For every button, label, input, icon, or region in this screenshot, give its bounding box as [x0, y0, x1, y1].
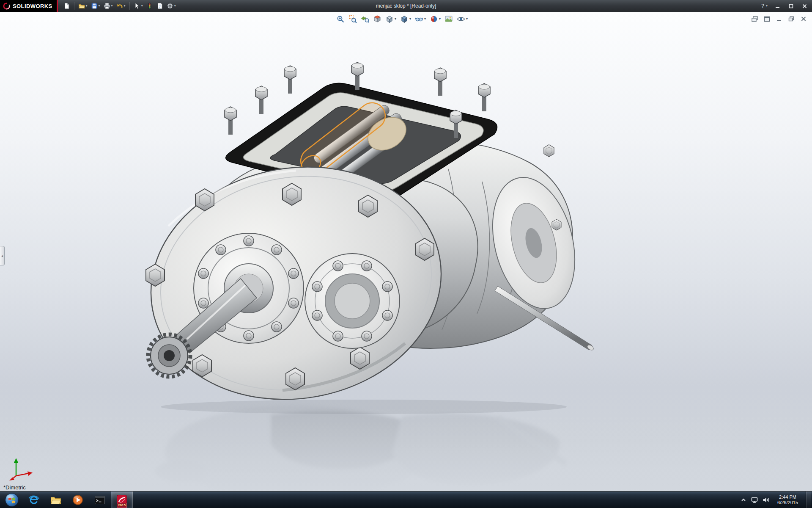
windows-start-orb-icon: [5, 493, 19, 507]
taskbar-item-internet-explorer[interactable]: [23, 491, 45, 508]
select-button[interactable]: ▾: [132, 1, 144, 11]
previous-view-icon: [361, 15, 369, 23]
rebuild-button[interactable]: [145, 1, 154, 11]
orientation-triad: [8, 455, 35, 481]
quick-access-toolbar: ▾ ▾ ▾ ▾: [62, 1, 177, 11]
minimize-icon: [776, 16, 782, 22]
chevron-down-icon: ▾: [141, 4, 143, 8]
taskbar-item-solidworks-2015[interactable]: 2015: [111, 491, 133, 508]
zoom-to-area-button[interactable]: [348, 14, 358, 24]
view-orientation-label: *Dimetric: [3, 484, 26, 491]
apply-scene-button[interactable]: [444, 14, 454, 24]
file-properties-button[interactable]: [155, 1, 165, 11]
volume-icon[interactable]: [763, 497, 770, 503]
document-window-controls: [750, 16, 808, 22]
command-prompt-icon: [94, 494, 106, 506]
zoom-to-area-icon: [348, 15, 357, 23]
chevron-down-icon: ▾: [424, 17, 426, 21]
maximize-button[interactable]: [785, 2, 797, 10]
chevron-down-icon: ▾: [466, 17, 468, 21]
folder-icon: [50, 494, 62, 506]
logo-accent: [57, 0, 58, 12]
save-button[interactable]: ▾: [90, 1, 102, 11]
options-button[interactable]: ▾: [165, 1, 177, 11]
reflection-fade: [0, 408, 812, 491]
start-button[interactable]: [1, 491, 23, 508]
hide-show-items-button[interactable]: ▾: [414, 14, 427, 24]
bearing-boss-secondary[interactable]: [305, 254, 400, 348]
titlebar-controls: ? ▾: [759, 0, 810, 12]
solidworks-logo[interactable]: SOLIDWORKS: [0, 0, 57, 12]
section-view-icon: [373, 15, 381, 23]
section-view-button[interactable]: [372, 14, 382, 24]
chevron-down-icon: ▾: [111, 4, 113, 8]
view-settings-eye-icon: [457, 15, 465, 23]
taskbar-item-file-explorer[interactable]: [45, 491, 67, 508]
view-orientation-cube-icon: [385, 15, 394, 23]
file-properties-icon: [156, 3, 163, 9]
network-icon[interactable]: [751, 497, 758, 503]
open-folder-icon: [78, 3, 85, 9]
undo-icon: [116, 3, 123, 9]
minimize-document-button[interactable]: [775, 16, 783, 22]
toolbar-separator: [74, 2, 74, 10]
previous-view-button[interactable]: [360, 14, 370, 24]
cascade-windows-button[interactable]: [750, 16, 759, 22]
graphics-viewport[interactable]: ▾ ▾ ▾ ▾: [0, 12, 812, 491]
minimize-button[interactable]: [771, 2, 783, 10]
display-style-button[interactable]: ▾: [399, 14, 412, 24]
heads-up-view-toolbar: ▾ ▾ ▾ ▾: [335, 14, 469, 24]
display-style-icon: [400, 15, 409, 23]
hide-show-glasses-icon: [415, 15, 423, 23]
help-button[interactable]: ? ▾: [759, 3, 770, 9]
new-window-icon: [764, 16, 770, 22]
taskbar-item-media-player[interactable]: [67, 491, 89, 508]
new-document-button[interactable]: [62, 1, 71, 11]
restore-icon: [788, 16, 794, 22]
close-button[interactable]: [798, 2, 810, 10]
chevron-down-icon: ▾: [409, 17, 411, 21]
media-player-icon: [72, 494, 84, 506]
collapsed-panel-tab[interactable]: ◂: [0, 246, 5, 265]
apply-scene-icon: [444, 15, 453, 23]
rebuild-icon: [146, 3, 153, 9]
titlebar: SOLIDWORKS ▾ ▾: [0, 0, 812, 12]
print-button[interactable]: ▾: [102, 1, 114, 11]
select-cursor-icon: [134, 3, 140, 9]
new-document-icon: [63, 3, 70, 9]
show-desktop-button[interactable]: [806, 491, 811, 508]
taskbar-item-command-prompt[interactable]: [89, 491, 111, 508]
view-settings-button[interactable]: ▾: [456, 14, 469, 24]
chevron-down-icon: ▾: [766, 4, 768, 8]
gearbox-model[interactable]: [132, 62, 594, 422]
zoom-to-fit-button[interactable]: [335, 14, 346, 24]
close-document-button[interactable]: [799, 16, 808, 22]
clock-time: 2:44 PM: [777, 494, 798, 500]
close-icon: [801, 16, 807, 22]
options-gear-icon: [167, 3, 173, 9]
chevron-down-icon: ▾: [99, 4, 100, 8]
chevron-down-icon: ▾: [395, 17, 396, 21]
open-button[interactable]: ▾: [77, 1, 89, 11]
help-label: ?: [761, 3, 764, 9]
new-window-button[interactable]: [763, 16, 771, 22]
undo-button[interactable]: ▾: [115, 1, 127, 11]
chevron-down-icon: ▾: [439, 17, 441, 21]
spline-end[interactable]: [148, 334, 190, 377]
app-name: SOLIDWORKS: [13, 3, 52, 9]
document-title: menjac sklop * [Read-only]: [376, 0, 436, 12]
gearbox-model-canvas[interactable]: [0, 12, 812, 491]
show-hidden-icons-button[interactable]: [740, 497, 747, 503]
toolbar-separator: [129, 2, 130, 10]
save-icon: [91, 3, 98, 9]
close-icon: [802, 4, 807, 8]
system-tray: 2:44 PM 6/26/2015: [740, 491, 812, 508]
zoom-to-fit-icon: [336, 15, 345, 23]
clock-date: 6/26/2015: [777, 500, 798, 505]
restore-document-button[interactable]: [787, 16, 796, 22]
taskbar-clock[interactable]: 2:44 PM 6/26/2015: [774, 494, 801, 505]
edit-appearance-button[interactable]: ▾: [429, 14, 442, 24]
view-orientation-button[interactable]: ▾: [384, 14, 397, 24]
chevron-down-icon: ▾: [124, 4, 126, 8]
taskbar: 2015 2:44 PM 6/26/2015: [0, 491, 812, 508]
